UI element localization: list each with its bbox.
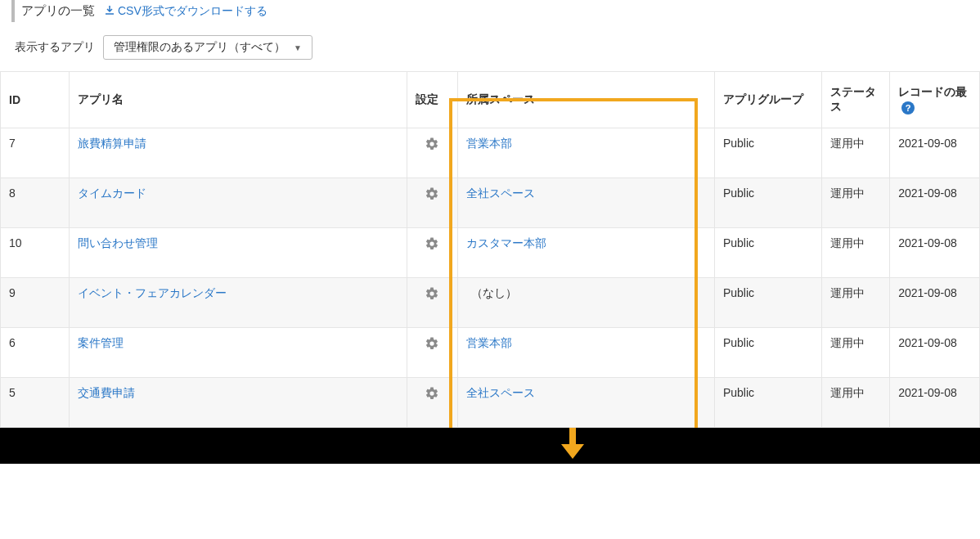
csv-download-label: CSV形式でダウンロードする xyxy=(118,4,267,19)
cell-settings xyxy=(407,278,458,328)
col-group[interactable]: アプリグループ xyxy=(714,72,821,128)
chevron-down-icon: ▼ xyxy=(294,43,302,52)
cell-status: 運用中 xyxy=(821,178,890,228)
cell-group: Public xyxy=(714,328,821,378)
filter-row: 表示するアプリ 管理権限のあるアプリ（すべて） ▼ xyxy=(0,22,980,71)
cell-status: 運用中 xyxy=(821,328,890,378)
cell-space: 全社スペース xyxy=(458,378,715,428)
cell-status: 運用中 xyxy=(821,228,890,278)
space-link[interactable]: 全社スペース xyxy=(466,386,535,399)
cell-app-name: 交通費申請 xyxy=(69,378,407,428)
cell-settings xyxy=(407,228,458,278)
csv-download-link[interactable]: CSV形式でダウンロードする xyxy=(105,4,267,19)
col-id[interactable]: ID xyxy=(1,72,70,128)
cell-id: 6 xyxy=(1,328,70,378)
cell-id: 10 xyxy=(1,228,70,278)
col-name[interactable]: アプリ名 xyxy=(69,72,407,128)
cell-date: 2021-09-08 xyxy=(890,178,980,228)
gear-icon[interactable] xyxy=(425,186,439,205)
app-filter-select[interactable]: 管理権限のあるアプリ（すべて） ▼ xyxy=(103,35,312,60)
help-icon[interactable]: ? xyxy=(901,101,915,115)
table-header-row: ID アプリ名 設定 所属スペース アプリグループ ステータス レコードの最 ? xyxy=(1,72,980,128)
cell-id: 8 xyxy=(1,178,70,228)
cell-date: 2021-09-08 xyxy=(890,278,980,328)
cell-group: Public xyxy=(714,278,821,328)
app-list-page: アプリの一覧 CSV形式でダウンロードする 表示するアプリ 管理権限のあるアプリ… xyxy=(0,0,980,428)
cell-id: 9 xyxy=(1,278,70,328)
cell-date: 2021-09-08 xyxy=(890,228,980,278)
cell-settings xyxy=(407,178,458,228)
page-title: アプリの一覧 xyxy=(15,3,95,19)
gear-icon[interactable] xyxy=(425,137,439,155)
cell-app-name: 案件管理 xyxy=(69,328,407,378)
filter-label: 表示するアプリ xyxy=(15,40,95,55)
cell-group: Public xyxy=(714,228,821,278)
cell-group: Public xyxy=(714,128,821,178)
app-table: ID アプリ名 設定 所属スペース アプリグループ ステータス レコードの最 ?… xyxy=(0,71,980,428)
table-row: 6案件管理営業本部Public運用中2021-09-08 xyxy=(1,328,980,378)
table-row: 10問い合わせ管理カスタマー本部Public運用中2021-09-08 xyxy=(1,228,980,278)
col-record-label: レコードの最 xyxy=(898,85,967,98)
cell-app-name: 旅費精算申請 xyxy=(69,128,407,178)
cell-space: 全社スペース xyxy=(458,178,715,228)
cell-app-name: 問い合わせ管理 xyxy=(69,228,407,278)
app-name-link[interactable]: 旅費精算申請 xyxy=(78,137,146,150)
download-icon xyxy=(105,5,115,18)
space-link[interactable]: 全社スペース xyxy=(466,186,535,200)
app-name-link[interactable]: 交通費申請 xyxy=(78,386,135,399)
col-space[interactable]: 所属スペース xyxy=(458,72,715,128)
col-record[interactable]: レコードの最 ? xyxy=(890,72,980,128)
table-row: 9イベント・フェアカレンダー（なし）Public運用中2021-09-08 xyxy=(1,278,980,328)
space-none: （なし） xyxy=(466,286,517,299)
col-settings: 設定 xyxy=(407,72,458,128)
cell-group: Public xyxy=(714,378,821,428)
cell-space: カスタマー本部 xyxy=(458,228,715,278)
cell-space: 営業本部 xyxy=(458,328,715,378)
space-link[interactable]: 営業本部 xyxy=(466,137,512,150)
col-status[interactable]: ステータス xyxy=(821,72,890,128)
cell-date: 2021-09-08 xyxy=(890,378,980,428)
cell-space: 営業本部 xyxy=(458,128,715,178)
cell-date: 2021-09-08 xyxy=(890,328,980,378)
gear-icon[interactable] xyxy=(425,336,439,355)
cell-status: 運用中 xyxy=(821,378,890,428)
cell-id: 7 xyxy=(1,128,70,178)
app-name-link[interactable]: 問い合わせ管理 xyxy=(78,236,158,249)
cell-status: 運用中 xyxy=(821,278,890,328)
cell-app-name: タイムカード xyxy=(69,178,407,228)
table-row: 5交通費申請全社スペースPublic運用中2021-09-08 xyxy=(1,378,980,428)
page-header: アプリの一覧 CSV形式でダウンロードする xyxy=(11,0,980,22)
table-row: 8タイムカード全社スペースPublic運用中2021-09-08 xyxy=(1,178,980,228)
cell-settings xyxy=(407,378,458,428)
cell-settings xyxy=(407,328,458,378)
cell-group: Public xyxy=(714,178,821,228)
space-link[interactable]: カスタマー本部 xyxy=(466,236,546,249)
app-name-link[interactable]: イベント・フェアカレンダー xyxy=(78,286,227,299)
app-filter-selected: 管理権限のあるアプリ（すべて） xyxy=(114,40,285,55)
gear-icon[interactable] xyxy=(425,236,439,255)
space-link[interactable]: 営業本部 xyxy=(466,336,512,349)
down-arrow-icon xyxy=(556,428,589,460)
table-row: 7旅費精算申請営業本部Public運用中2021-09-08 xyxy=(1,128,980,178)
cell-app-name: イベント・フェアカレンダー xyxy=(69,278,407,328)
app-name-link[interactable]: 案件管理 xyxy=(78,336,124,349)
cell-space: （なし） xyxy=(458,278,715,328)
cell-settings xyxy=(407,128,458,178)
divider-band xyxy=(0,428,980,464)
app-name-link[interactable]: タイムカード xyxy=(78,186,146,200)
gear-icon[interactable] xyxy=(425,286,439,305)
cell-date: 2021-09-08 xyxy=(890,128,980,178)
gear-icon[interactable] xyxy=(425,386,439,405)
cell-id: 5 xyxy=(1,378,70,428)
cell-status: 運用中 xyxy=(821,128,890,178)
